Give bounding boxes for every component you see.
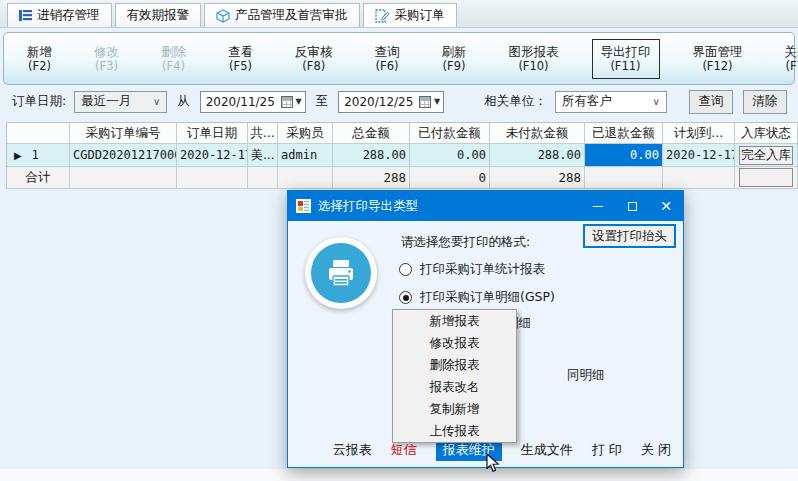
print-action[interactable]: 打 印 xyxy=(592,441,622,459)
col-refund-amount[interactable]: 已退款金额 xyxy=(585,123,663,144)
cell-plan-date[interactable]: 2020-12-17 xyxy=(663,144,735,167)
cell-shared[interactable]: 美... xyxy=(248,144,278,167)
cell-stock-status: 完全入库 xyxy=(735,144,798,167)
print-export-dialog: 选择打印导出类型 ✕ 设置打印抬头 请选择您要打印的格式: 打印采购订单统计报表… xyxy=(287,190,684,468)
radio-label: 打印采购订单明细(GSP) xyxy=(420,289,555,306)
graph-report-button[interactable]: 图形报表(F10) xyxy=(500,39,568,79)
maximize-button[interactable] xyxy=(615,191,649,221)
radio-order-detail-gsp[interactable]: 打印采购订单明细(GSP) xyxy=(399,289,555,306)
button-label: 导出打印 xyxy=(601,44,651,59)
close-action[interactable]: 关 闭 xyxy=(641,441,671,459)
related-unit-select[interactable]: 所有客户 ∨ xyxy=(555,91,667,113)
row-selector-cell[interactable]: ▶ 1 xyxy=(7,144,70,167)
col-shared[interactable]: 共... xyxy=(248,123,278,144)
tab-expiry-alert[interactable]: 有效期报警 xyxy=(115,3,202,27)
col-order-date[interactable]: 订单日期 xyxy=(177,123,248,144)
button-key: (F12) xyxy=(702,59,732,74)
tab-label: 采购订单 xyxy=(395,7,445,24)
minimize-button[interactable] xyxy=(581,191,615,221)
tab-label: 产品管理及首营审批 xyxy=(235,7,348,24)
tab-product-management[interactable]: 产品管理及首营审批 xyxy=(204,3,360,27)
total-stock-cell xyxy=(735,167,798,189)
close-button[interactable]: 关闭(F7) xyxy=(776,39,798,79)
delete-button: 删除(F4) xyxy=(152,39,195,79)
menu-item-rename-report[interactable]: 报表改名 xyxy=(393,376,516,398)
tab-purchase-order[interactable]: 采购订单 xyxy=(363,3,457,27)
chevron-down-icon: ∨ xyxy=(652,96,659,107)
button-label: 删除 xyxy=(161,44,186,59)
calendar-icon xyxy=(281,96,293,108)
export-print-button[interactable]: 导出打印(F11) xyxy=(592,39,660,79)
total-empty xyxy=(585,167,663,189)
related-unit-label: 相关单位： xyxy=(484,93,547,110)
close-dialog-button[interactable]: ✕ xyxy=(649,191,683,221)
cell-total-amount[interactable]: 288.00 xyxy=(333,144,410,167)
cell-order-no[interactable]: CGDD202012170001 xyxy=(70,144,177,167)
menu-item-copy-add[interactable]: 复制新增 xyxy=(393,398,516,420)
date-range-select[interactable]: 最近一月 ∨ xyxy=(74,91,167,113)
table-row[interactable]: ▶ 1 CGDD202012170001 2020-12-17 美... adm… xyxy=(7,144,798,167)
query-button[interactable]: 查询(F6) xyxy=(366,39,409,79)
modify-button: 修改(F3) xyxy=(85,39,128,79)
menu-item-modify-report[interactable]: 修改报表 xyxy=(393,332,516,354)
from-date-value: 2020/11/25 xyxy=(206,95,281,109)
col-unpaid-amount[interactable]: 未付款金额 xyxy=(490,123,585,144)
calendar-icon xyxy=(419,96,431,108)
button-label: 界面管理 xyxy=(693,44,743,59)
col-plan-arrive[interactable]: 计划到... xyxy=(663,123,735,144)
row-index: 1 xyxy=(32,148,39,162)
col-order-no[interactable]: 采购订单编号 xyxy=(70,123,177,144)
menu-item-add-report[interactable]: 新增报表 xyxy=(393,310,516,332)
clear-button[interactable]: 清除 xyxy=(743,90,787,114)
total-amount: 288 xyxy=(333,167,410,189)
reverse-audit-button[interactable]: 反审核(F8) xyxy=(286,39,342,79)
menu-item-upload-report[interactable]: 上传报表 xyxy=(393,420,516,442)
related-unit-value: 所有客户 xyxy=(562,93,612,110)
button-key: (F10) xyxy=(518,59,548,74)
tab-bar: 进销存管理 有效期报警 产品管理及首营审批 采购订单 xyxy=(0,0,798,28)
report-maintain-menu: 新增报表 修改报表 删除报表 报表改名 复制新增 上传报表 xyxy=(392,309,517,443)
cell-buyer[interactable]: admin xyxy=(278,144,333,167)
button-key: (F4) xyxy=(162,59,185,74)
set-print-header-button[interactable]: 设置打印抬头 xyxy=(583,224,676,248)
total-unpaid: 288 xyxy=(490,167,585,189)
from-label: 从 xyxy=(177,93,190,110)
cell-order-date[interactable]: 2020-12-17 xyxy=(177,144,248,167)
radio-statistic-report[interactable]: 打印采购订单统计报表 xyxy=(399,261,545,278)
printer-badge xyxy=(305,237,377,309)
orders-table: 采购订单编号 订单日期 共... 采购员 总金额 已付款金额 未付款金额 已退款… xyxy=(6,122,798,189)
set-print-header-label: 设置打印抬头 xyxy=(592,228,667,245)
new-button[interactable]: 新增(F2) xyxy=(18,39,61,79)
radio-label: 打印采购订单统计报表 xyxy=(420,261,545,278)
col-paid-amount[interactable]: 已付款金额 xyxy=(410,123,490,144)
col-stock-status[interactable]: 入库状态 xyxy=(735,123,798,144)
generate-file-action[interactable]: 生成文件 xyxy=(521,441,573,459)
stock-status-button[interactable]: 完全入库 xyxy=(739,146,793,165)
tab-label: 进销存管理 xyxy=(37,7,100,24)
menu-item-delete-report[interactable]: 删除报表 xyxy=(393,354,516,376)
to-date-value: 2020/12/25 xyxy=(344,95,419,109)
total-empty xyxy=(663,167,735,189)
refresh-button[interactable]: 刷新(F9) xyxy=(433,39,476,79)
cell-unpaid-amount[interactable]: 288.00 xyxy=(490,144,585,167)
cell-refund-amount-selected[interactable]: 0.00 xyxy=(585,144,663,167)
dialog-titlebar[interactable]: 选择打印导出类型 ✕ xyxy=(288,191,683,221)
col-total-amount[interactable]: 总金额 xyxy=(333,123,410,144)
view-button[interactable]: 查看(F5) xyxy=(219,39,262,79)
col-buyer[interactable]: 采购员 xyxy=(278,123,333,144)
from-date-input[interactable]: 2020/11/25 ▼ xyxy=(200,91,306,113)
to-date-input[interactable]: 2020/12/25 ▼ xyxy=(338,91,444,113)
filter-bar: 订单日期: 最近一月 ∨ 从 2020/11/25 ▼ 至 2020/12/25… xyxy=(0,85,798,118)
search-button[interactable]: 查询 xyxy=(689,90,733,114)
cell-paid-amount[interactable]: 0.00 xyxy=(410,144,490,167)
window-bottom-strip xyxy=(0,469,798,481)
button-key: (F8) xyxy=(302,59,325,74)
tab-inventory-management[interactable]: 进销存管理 xyxy=(7,3,112,27)
ui-manage-button[interactable]: 界面管理(F12) xyxy=(684,39,752,79)
button-label: 新增 xyxy=(27,44,52,59)
date-range-value: 最近一月 xyxy=(81,93,131,110)
cloud-report-action[interactable]: 云报表 xyxy=(333,441,372,459)
maximize-icon xyxy=(628,202,637,211)
sms-action[interactable]: 短信 xyxy=(391,441,417,459)
button-key: (F2) xyxy=(28,59,51,74)
